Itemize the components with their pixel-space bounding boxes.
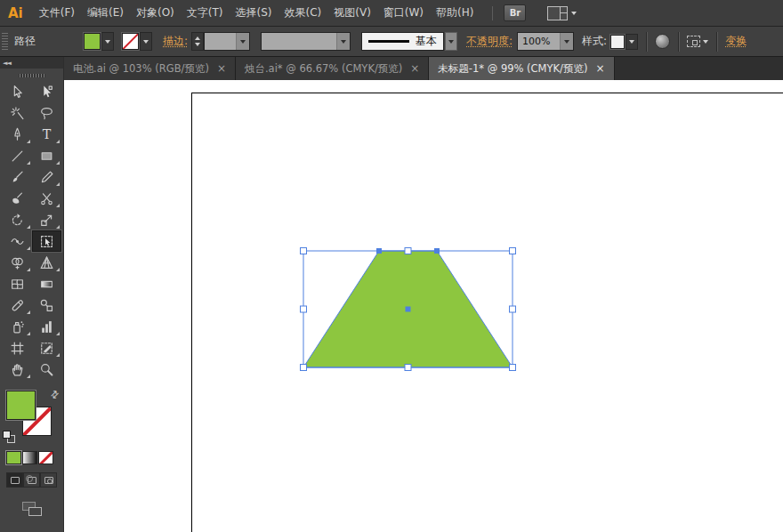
fill-color-dropdown-button[interactable]: [101, 32, 114, 51]
menu-view[interactable]: 视图(V): [328, 0, 376, 27]
screen-mode-button[interactable]: [22, 502, 42, 516]
symbol-sprayer-tool[interactable]: [3, 316, 32, 337]
draw-inside-button[interactable]: [40, 472, 57, 488]
bridge-button[interactable]: Br: [504, 4, 526, 21]
none-button[interactable]: [38, 451, 53, 464]
stroke-weight-select[interactable]: [204, 32, 250, 51]
direct-selection-tool[interactable]: [32, 81, 61, 102]
brush-dropdown-button[interactable]: [445, 32, 457, 51]
chevron-down-icon: [236, 33, 249, 50]
line-segment-tool[interactable]: [3, 145, 32, 166]
width-profile-select[interactable]: [261, 32, 351, 51]
stroke-color-swatch[interactable]: [122, 33, 139, 50]
selection-tool[interactable]: [3, 81, 32, 102]
draw-behind-button[interactable]: [23, 472, 40, 488]
document-tab-2[interactable]: 烛台.ai* @ 66.67% (CMYK/预览)×: [236, 57, 429, 80]
tab-close-icon[interactable]: ×: [595, 63, 604, 74]
selection-center-point[interactable]: [406, 307, 411, 312]
illustrator-logo: Ai: [0, 5, 33, 21]
perspective-grid-tool[interactable]: [32, 252, 61, 273]
menu-edit[interactable]: 编辑(E): [82, 0, 129, 27]
pencil-tool[interactable]: [32, 166, 61, 188]
artboard-tool[interactable]: [3, 337, 32, 359]
gradient-button[interactable]: [22, 451, 37, 464]
selection-handle[interactable]: [405, 365, 411, 371]
panel-grip[interactable]: [2, 32, 8, 52]
free-transform-tool[interactable]: [32, 230, 61, 252]
graphic-style-dropdown-button[interactable]: [626, 34, 638, 50]
selection-handle[interactable]: [510, 365, 516, 371]
selection-handle[interactable]: [510, 306, 516, 312]
stroke-panel-link[interactable]: 描边:: [163, 34, 188, 49]
shape-builder-tool[interactable]: [3, 252, 32, 273]
fill-stroke-cluster: ⇄: [0, 389, 63, 446]
draw-normal-button[interactable]: [6, 472, 23, 488]
anchor-point[interactable]: [376, 248, 382, 254]
fill-color-group: [84, 32, 114, 51]
chevron-down-icon: [560, 33, 573, 50]
tab-close-icon[interactable]: ×: [410, 63, 419, 74]
document-tab-3[interactable]: 未标题-1* @ 99% (CMYK/预览)×: [429, 57, 614, 80]
type-tool[interactable]: T: [32, 124, 61, 145]
tab-title: 未标题-1* @ 99% (CMYK/预览): [438, 62, 587, 76]
stroke-weight-stepper[interactable]: [191, 32, 204, 51]
document-tab-1[interactable]: 电池.ai @ 103% (RGB/预览)×: [64, 57, 236, 80]
pen-tool[interactable]: [3, 124, 32, 145]
tools-panel-grip[interactable]: [19, 74, 45, 77]
target-type-label: 路径: [14, 34, 36, 49]
paintbrush-tool[interactable]: [3, 166, 32, 188]
magic-wand-tool[interactable]: [3, 102, 32, 124]
fill-swatch[interactable]: [6, 391, 36, 420]
default-fill-stroke-icon[interactable]: [3, 431, 15, 443]
selection-handle[interactable]: [301, 306, 307, 312]
fill-color-swatch[interactable]: [84, 33, 101, 50]
mesh-tool[interactable]: [3, 273, 32, 294]
tab-title: 电池.ai @ 103% (RGB/预览): [73, 62, 209, 76]
menu-type[interactable]: 文字(T): [182, 0, 229, 27]
transform-panel-link[interactable]: 变换: [725, 34, 747, 49]
menu-help[interactable]: 帮助(H): [431, 0, 479, 27]
scissors-tool[interactable]: [32, 188, 61, 209]
selection-handle[interactable]: [301, 365, 307, 371]
controlbar-separator: [716, 32, 717, 52]
column-graph-tool[interactable]: [32, 316, 61, 337]
swap-fill-stroke-icon[interactable]: ⇄: [48, 388, 61, 400]
tab-close-icon[interactable]: ×: [217, 63, 226, 74]
color-button[interactable]: [6, 451, 21, 464]
stepper-down-icon: [195, 43, 200, 46]
brush-stroke-preview: [368, 40, 409, 43]
menu-file[interactable]: 文件(F): [34, 0, 80, 27]
menu-select[interactable]: 选择(S): [230, 0, 278, 27]
blob-brush-tool[interactable]: [3, 188, 32, 209]
collapse-panel-icon[interactable]: ◄◄: [3, 60, 11, 67]
hand-tool[interactable]: [3, 359, 32, 380]
style-label: 样式:: [582, 34, 607, 49]
canvas[interactable]: [64, 80, 783, 532]
selection-handle[interactable]: [405, 248, 411, 254]
rotate-tool[interactable]: [3, 209, 32, 230]
recolor-artwork-button[interactable]: [655, 34, 670, 49]
menu-object[interactable]: 对象(O): [131, 0, 180, 27]
blend-tool[interactable]: [32, 294, 61, 316]
menu-effect[interactable]: 效果(C): [278, 0, 327, 27]
slice-tool[interactable]: [32, 337, 61, 359]
align-options-button[interactable]: [687, 36, 708, 47]
width-tool[interactable]: [3, 230, 32, 252]
lasso-tool[interactable]: [32, 102, 61, 124]
brush-definition-group: 基本: [361, 32, 457, 51]
eyedropper-tool[interactable]: [3, 294, 32, 316]
brush-definition-select[interactable]: 基本: [361, 32, 444, 51]
opacity-select[interactable]: 100%: [517, 32, 574, 51]
scale-tool[interactable]: [32, 209, 61, 230]
gradient-tool[interactable]: [32, 273, 61, 294]
rectangle-tool[interactable]: [32, 145, 61, 166]
zoom-tool[interactable]: [32, 359, 61, 380]
anchor-point[interactable]: [434, 248, 440, 254]
opacity-panel-link[interactable]: 不透明度:: [466, 34, 513, 49]
stroke-color-dropdown-button[interactable]: [140, 32, 152, 51]
graphic-style-swatch[interactable]: [610, 35, 625, 49]
selection-handle[interactable]: [301, 248, 307, 254]
selection-handle[interactable]: [510, 248, 516, 254]
menu-window[interactable]: 窗口(W): [378, 0, 429, 27]
workspace-switcher-button[interactable]: [547, 6, 577, 20]
